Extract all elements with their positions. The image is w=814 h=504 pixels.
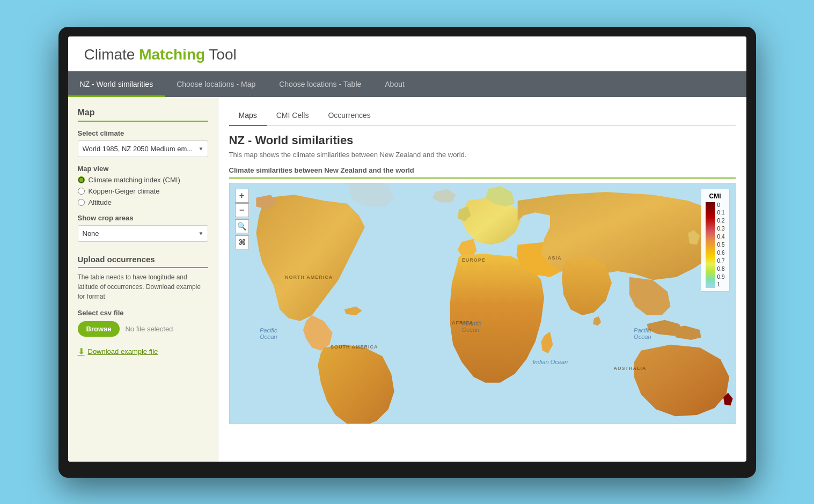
laptop-frame: Climate Matching Tool NZ - World similar… bbox=[58, 27, 756, 478]
cmi-legend-row: 0 0.1 0.2 0.3 0.4 0.5 0.6 0.7 0.8 0.9 1 bbox=[706, 202, 725, 288]
cmi-labels: 0 0.1 0.2 0.3 0.4 0.5 0.6 0.7 0.8 0.9 1 bbox=[717, 202, 725, 288]
cmi-val-09: 0.9 bbox=[717, 274, 725, 280]
climate-select[interactable]: World 1985, NZ 2050 Medium em... bbox=[78, 140, 208, 157]
tabs-row: Maps CMI Cells Occurrences bbox=[229, 106, 736, 126]
cmi-val-06: 0.6 bbox=[717, 250, 725, 256]
cmi-legend-title: CMI bbox=[706, 192, 725, 200]
radio-cmi[interactable]: Climate matching index (CMI) bbox=[78, 176, 208, 184]
file-input-row: Browse No file selected bbox=[78, 321, 208, 337]
app-header: Climate Matching Tool bbox=[68, 36, 746, 71]
world-map-svg bbox=[230, 183, 735, 424]
map-view-radio-group: Climate matching index (CMI) Köppen-Geig… bbox=[78, 176, 208, 206]
map-container[interactable]: + − 🔍 ⌘ AtlanticOcean PacificOcean Pacif… bbox=[229, 183, 736, 424]
map-view-label: Map view bbox=[78, 165, 208, 173]
sidebar: Map Select climate World 1985, NZ 2050 M… bbox=[68, 97, 218, 462]
main-content: Map Select climate World 1985, NZ 2050 M… bbox=[68, 97, 746, 462]
cmi-val-04: 0.4 bbox=[717, 234, 725, 240]
download-icon: ⬇ bbox=[78, 346, 85, 357]
browse-button[interactable]: Browse bbox=[78, 321, 120, 337]
nav-item-world-similarities[interactable]: NZ - World similarities bbox=[68, 71, 165, 97]
zoom-out-button[interactable]: − bbox=[235, 203, 249, 217]
cmi-val-03: 0.3 bbox=[717, 226, 725, 232]
radio-koppen[interactable]: Köppen-Geiger climate bbox=[78, 187, 208, 195]
cmi-val-05: 0.5 bbox=[717, 242, 725, 248]
nav-item-about[interactable]: About bbox=[373, 71, 416, 97]
crop-select-wrapper[interactable]: None bbox=[78, 225, 208, 242]
radio-altitude-label: Altitude bbox=[89, 198, 112, 206]
tab-occurrences[interactable]: Occurrences bbox=[318, 106, 380, 126]
select-climate-label: Select climate bbox=[78, 129, 208, 137]
radio-cmi-label: Climate matching index (CMI) bbox=[89, 176, 180, 184]
cmi-val-07: 0.7 bbox=[717, 258, 725, 264]
page-desc: This map shows the climate similarities … bbox=[229, 151, 736, 159]
app-title: Climate Matching Tool bbox=[84, 46, 730, 63]
radio-cmi-input[interactable] bbox=[78, 176, 85, 183]
cmi-val-0: 0 bbox=[717, 202, 725, 208]
reset-button[interactable]: ⌘ bbox=[235, 235, 249, 249]
tab-maps[interactable]: Maps bbox=[229, 106, 267, 126]
cmi-legend: CMI 0 0.1 0.2 0.3 0.4 0.5 0.6 bbox=[701, 189, 730, 292]
select-csv-label: Select csv file bbox=[78, 309, 208, 317]
radio-altitude-input[interactable] bbox=[78, 199, 85, 206]
content-area: Maps CMI Cells Occurrences NZ - World si… bbox=[218, 97, 746, 462]
tab-cmi-cells[interactable]: CMI Cells bbox=[267, 106, 319, 126]
title-matching: Matching bbox=[139, 46, 205, 63]
nav-bar: NZ - World similarities Choose locations… bbox=[68, 71, 746, 97]
cmi-val-1: 1 bbox=[717, 281, 725, 287]
nav-item-choose-table[interactable]: Choose locations - Table bbox=[267, 71, 373, 97]
upload-title: Upload occurrences bbox=[78, 255, 208, 268]
laptop-screen: Climate Matching Tool NZ - World similar… bbox=[68, 36, 746, 462]
sidebar-map-title: Map bbox=[78, 108, 208, 122]
cmi-val-08: 0.8 bbox=[717, 266, 725, 272]
download-link-text: Download example file bbox=[88, 347, 158, 355]
no-file-text: No file selected bbox=[125, 325, 173, 333]
zoom-in-button[interactable]: + bbox=[235, 189, 249, 203]
title-climate: Climate bbox=[84, 46, 140, 63]
climate-select-wrapper[interactable]: World 1985, NZ 2050 Medium em... bbox=[78, 140, 208, 157]
title-tool: Tool bbox=[205, 46, 237, 63]
page-title: NZ - World similarities bbox=[229, 134, 736, 147]
show-crop-label: Show crop areas bbox=[78, 214, 208, 222]
crop-select[interactable]: None bbox=[78, 225, 208, 242]
map-section-title: Climate similarities between New Zealand… bbox=[229, 166, 736, 179]
upload-desc: The table needs to have longitude and la… bbox=[78, 272, 208, 301]
nav-item-choose-map[interactable]: Choose locations - Map bbox=[165, 71, 267, 97]
radio-koppen-input[interactable] bbox=[78, 188, 85, 195]
cmi-val-01: 0.1 bbox=[717, 210, 725, 216]
upload-section: Upload occurrences The table needs to ha… bbox=[78, 255, 208, 357]
map-controls: + − 🔍 ⌘ bbox=[235, 189, 249, 249]
download-link[interactable]: ⬇ Download example file bbox=[78, 346, 208, 357]
cmi-gradient-bar bbox=[706, 202, 715, 288]
radio-altitude[interactable]: Altitude bbox=[78, 198, 208, 206]
cmi-val-02: 0.2 bbox=[717, 218, 725, 224]
search-button[interactable]: 🔍 bbox=[235, 219, 249, 233]
radio-koppen-label: Köppen-Geiger climate bbox=[89, 187, 160, 195]
